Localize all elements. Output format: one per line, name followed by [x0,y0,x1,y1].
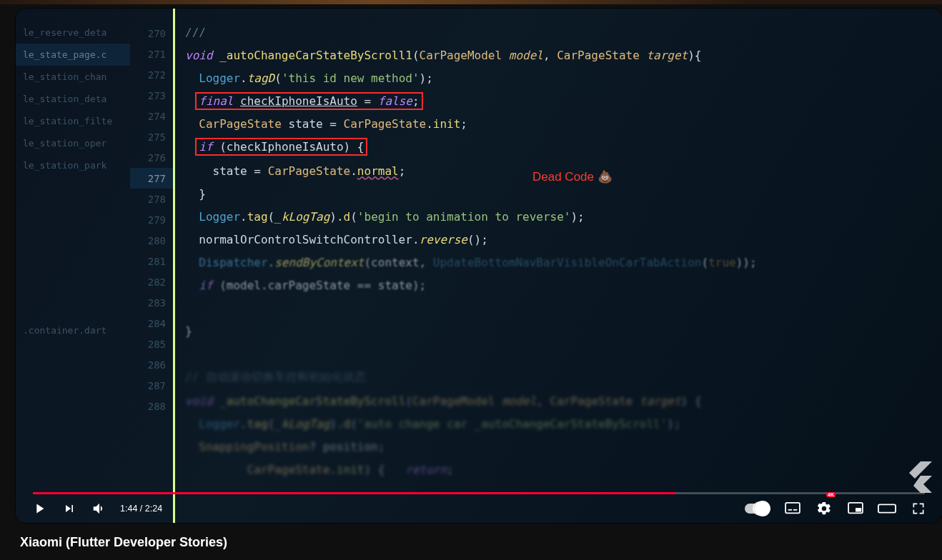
line-number: 279 [130,209,173,230]
line-number: 283 [130,292,173,313]
svg-rect-3 [788,509,792,511]
next-button[interactable] [54,494,84,523]
code-text: /// [185,26,206,39]
file-item: le_station_filte [16,110,130,132]
fullscreen-button[interactable] [903,494,933,523]
line-number: 285 [130,334,173,354]
flutter-logo-icon [905,461,932,494]
file-item: le_station_chan [16,66,130,88]
line-number: 286 [130,354,173,375]
code-line: SnappingPosition? position; [175,437,942,460]
theater-button[interactable] [872,494,902,523]
volume-button[interactable] [84,494,114,523]
file-item: le_station_oper [16,132,130,154]
code-editor-screenshot: le_reserve_deta le_state_page.c le_stati… [16,9,942,523]
line-number: 287 [130,375,173,396]
time-display: 1:44 / 2:24 [120,504,162,514]
dead-code-annotation: Dead Code 💩 [532,169,613,184]
svg-rect-4 [793,509,797,511]
highlight-box: final checkIphoneIsAuto = false; [196,93,422,109]
file-tree: le_reserve_deta le_state_page.c le_stati… [16,9,130,523]
code-line: final checkIphoneIsAuto = false; [175,91,942,114]
svg-rect-7 [878,504,896,512]
line-number: 270 [130,23,173,44]
svg-rect-0 [757,506,759,511]
code-line: Logger.tag(_kLogTag).d('begin to animati… [175,207,942,230]
line-number: 273 [130,85,173,106]
video-title: Xiaomi (Flutter Developer Stories) [20,535,227,550]
autoplay-toggle[interactable] [738,494,776,523]
line-number: 274 [130,106,173,126]
play-button[interactable] [24,494,54,523]
code-line: Dispatcher.sendByContext(context, Update… [175,253,942,276]
settings-button[interactable]: 4K [809,494,839,523]
line-number: 276 [130,147,173,168]
code-line: } [175,321,942,344]
line-number: 277 [130,168,173,189]
file-item: le_reserve_deta [16,21,130,44]
svg-rect-2 [785,503,800,513]
line-gutter: 2702712722732742752762772782792802812822… [130,9,173,523]
code-line: void _autoChangeCarStateByScroll1(CarPag… [175,46,942,69]
file-item: le_station_deta [16,88,130,110]
svg-rect-6 [856,508,861,511]
player-controls: 1:44 / 2:24 4K [16,494,942,523]
file-item: .container.dart [16,319,130,341]
captions-button[interactable] [778,494,808,523]
code-line: normalOrControlSwitchController.reverse(… [175,230,942,253]
line-number: 288 [130,396,173,416]
code-area: /// void _autoChangeCarStateByScroll1(Ca… [173,9,942,523]
file-item: le_state_page.c [16,44,130,66]
video-player: le_reserve_deta le_state_page.c le_stati… [16,9,942,523]
file-item: le_station_park [16,154,130,176]
code-line: CarPageState.init) { return; [175,460,942,483]
top-glow [0,0,942,4]
quality-badge: 4K [826,492,836,497]
code-line: CarPageState state = CarPageState.init; [175,114,942,137]
line-number: 271 [130,44,173,64]
code-line: Logger.tag(_kLogTag).d('auto change car … [175,414,942,437]
line-number: 278 [130,189,173,209]
line-number: 281 [130,251,173,271]
code-line: // 自动滚动切换车控和初始化状态 [175,367,942,391]
code-line [175,344,942,367]
code-line: } [175,184,942,207]
code-line [175,299,942,321]
line-number: 282 [130,271,173,292]
code-line: if (model.carPageState == state); [175,276,942,299]
code-line: Logger.tagD('this id new method'); [175,69,942,91]
highlight-box: if (checkIphoneIsAuto) { [196,139,367,155]
svg-rect-1 [760,506,763,511]
line-number: 275 [130,126,173,147]
code-line: if (checkIphoneIsAuto) { [175,137,942,160]
line-number: 272 [130,64,173,85]
miniplayer-button[interactable] [841,494,871,523]
code-line: void _autoChangeCarStateByScroll(CarPage… [175,391,942,414]
line-number: 284 [130,313,173,334]
line-number: 280 [130,230,173,251]
